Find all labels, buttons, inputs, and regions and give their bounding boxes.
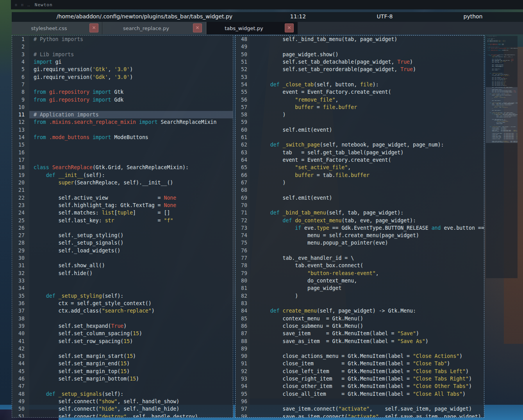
code-line-79[interactable]: 79 "button-release-event", [236,270,484,277]
code-line-8[interactable]: 8from gi.repository import Gtk [12,88,233,96]
code-line-52[interactable]: 52 self.set_tab_reorderable(page_widget,… [236,66,484,73]
code-line-85[interactable]: 85 context_menu = Gtk.Menu() [236,315,484,322]
code-line-74[interactable]: 74 menu = self.create_menu(page_widget) [236,232,484,239]
code-line-73[interactable]: 73 if eve.type == Gdk.EventType.BUTTON_R… [236,224,484,232]
code-line-88[interactable]: 88 save_as_item = Gtk.MenuItem(label = "… [236,338,484,345]
code-line-15[interactable]: 15 [12,141,233,148]
code-line-56[interactable]: 56 "remove_file", [236,96,484,104]
code-line-61[interactable]: 61 [236,134,484,141]
code-line-17[interactable]: 17 [12,156,233,164]
code-line-42[interactable]: 42 [12,345,233,352]
code-line-32[interactable]: 32 self.hide() [12,270,233,277]
code-line-51[interactable]: 51 self.set_tab_detachable(page_widget, … [236,58,484,66]
code-line-6[interactable]: 6gi.require_version('Gdk', '3.0') [12,73,233,81]
minimap[interactable]: # Python imports# Lib importsimport gigi… [486,36,518,278]
code-line-13[interactable]: 13 [12,126,233,134]
code-line-48[interactable]: 48 def _setup_signals(self): [12,390,233,398]
tab-close-button[interactable]: ✕ [193,23,202,32]
code-line-77[interactable]: 77 tab._eve_handler_id = \ [236,254,484,262]
code-line-41[interactable]: 41 self.set_row_spacing(15) [12,338,233,345]
editor-pane-right[interactable]: 48 self._bind_tab_menu(tab, page_widget)… [235,35,484,418]
code-line-12[interactable]: 12from .mixins.search_replace_mixin impo… [12,118,233,126]
code-line-80[interactable]: 80 do_context_menu, [236,277,484,284]
code-line-37[interactable]: 37 ctx.add_class("search-replace") [12,307,233,315]
code-line-44[interactable]: 44 self.set_margin_end(15) [12,360,233,367]
code-line-9[interactable]: 9from gi.repository import Gdk [12,96,233,104]
code-line-26[interactable]: 26 [12,224,233,232]
tab-stylesheet-css[interactable]: stylesheet.css✕ [12,22,102,34]
code-line-57[interactable]: 57 buffer = file.buffer [236,104,484,111]
code-line-81[interactable]: 81 page_widget [236,284,484,292]
code-line-28[interactable]: 28 self._setup_signals() [12,239,233,247]
code-line-53[interactable]: 53 [236,73,484,81]
code-line-49[interactable]: 49 self.connect("show", self._handle_sho… [12,398,233,405]
code-line-7[interactable]: 7 [12,81,233,88]
code-line-93[interactable]: 93 close_right_item = Gtk.MenuItem(label… [236,375,484,382]
tab-close-button[interactable]: ✕ [285,23,294,32]
code-line-75[interactable]: 75 menu.popup_at_pointer(eve) [236,239,484,247]
code-line-55[interactable]: 55 event = Event_Factory.create_event( [236,88,484,96]
minimap-viewport[interactable] [486,87,518,143]
code-line-14[interactable]: 14from .mode_buttons import ModeButtons [12,134,233,141]
code-line-64[interactable]: 64 event = Event_Factory.create_event( [236,156,484,164]
code-line-86[interactable]: 86 close_submenu = Gtk.Menu() [236,322,484,330]
code-line-47[interactable]: 47 [12,382,233,390]
code-line-89[interactable]: 89 [236,345,484,352]
code-line-63[interactable]: 63 tab = self.get_tab_label(page_widget) [236,149,484,156]
code-line-18[interactable]: 18class SearchReplace(Gtk.Grid, SearchRe… [12,164,233,171]
code-line-48[interactable]: 48 self._bind_tab_menu(tab, page_widget) [236,36,484,43]
code-line-36[interactable]: 36 ctx = self.get_style_context() [12,300,233,307]
code-line-31[interactable]: 31 self.show_all() [12,262,233,269]
code-line-5[interactable]: 5gi.require_version('Gtk', '3.0') [12,66,233,73]
code-line-49[interactable]: 49 [236,43,484,50]
tab-tabs-widget-py[interactable]: tabs_widget.py✕ [206,22,298,34]
code-line-51[interactable]: 51 self.connect("destroy", self._handle_… [12,413,233,418]
code-line-82[interactable]: 82 ) [236,292,484,300]
tab-search-replace-py[interactable]: search_replace.py✕ [102,22,206,34]
code-line-40[interactable]: 40 self.set_column_spacing(15) [12,330,233,337]
code-line-23[interactable]: 23 self.highlight_tag: Gtk.TextTag = Non… [12,202,233,209]
tab-close-button[interactable]: ✕ [89,23,98,32]
code-line-95[interactable]: 95 close_all_item = Gtk.MenuItem(label =… [236,390,484,398]
code-line-71[interactable]: 71 def _bind_tab_menu(self, tab, page_wi… [236,209,484,216]
code-line-29[interactable]: 29 self._load_widgets() [12,247,233,254]
code-line-11[interactable]: 11# Application imports [12,111,233,118]
code-line-97[interactable]: 97 save_item.connect("activate", self.sa… [236,405,484,413]
code-line-83[interactable]: 83 [236,300,484,307]
code-line-91[interactable]: 91 close_item = Gtk.MenuItem(label = "Cl… [236,360,484,367]
code-line-67[interactable]: 67 ) [236,179,484,186]
code-line-59[interactable]: 59 [236,118,484,126]
code-line-50[interactable]: 50 self.connect("hide", self._handle_hid… [12,405,233,413]
code-line-22[interactable]: 22 self.active_view = None [12,194,233,202]
code-line-98[interactable]: 98 save_as_item.connect("activate", self… [236,413,484,418]
code-line-87[interactable]: 87 save_item = Gtk.MenuItem(label = "Sav… [236,330,484,337]
code-line-72[interactable]: 72 def do_context_menu(tab, eve, page_wi… [236,217,484,224]
code-line-10[interactable]: 10 [12,104,233,111]
code-line-90[interactable]: 90 close_actions_menu = Gtk.MenuItem(lab… [236,352,484,360]
code-line-96[interactable]: 96 [236,398,484,405]
code-line-21[interactable]: 21 [12,186,233,194]
code-line-16[interactable]: 16 [12,149,233,156]
code-line-62[interactable]: 62 def _switch_page(self, notebook, page… [236,141,484,148]
code-line-46[interactable]: 46 self.set_margin_bottom(15) [12,375,233,382]
code-line-27[interactable]: 27 self._setup_styling() [12,232,233,239]
code-line-43[interactable]: 43 self.set_margin_start(15) [12,352,233,360]
code-line-50[interactable]: 50 page_widget.show() [236,51,484,58]
language-indicator[interactable]: python [464,13,483,20]
code-line-24[interactable]: 24 self.matches: list[tuple] = [] [12,209,233,216]
code-line-1[interactable]: 1# Python imports [12,36,233,43]
code-line-58[interactable]: 58 ) [236,111,484,118]
window-titlebar[interactable]: ∷ ∷ ‥ Newton [11,0,523,9]
code-line-35[interactable]: 35 def _setup_styling(self): [12,292,233,300]
code-line-25[interactable]: 25 self.last_key: str = "f" [12,217,233,224]
code-line-68[interactable]: 68 [236,186,484,194]
code-line-2[interactable]: 2 [12,43,233,50]
code-line-30[interactable]: 30 [12,254,233,262]
code-line-66[interactable]: 66 buffer = tab.file.buffer [236,172,484,179]
editor-pane-left[interactable]: 1# Python imports23# Lib imports4import … [12,35,233,418]
workspace-indicator-icon[interactable]: ∷ ∷ ‥ [15,3,31,7]
code-line-3[interactable]: 3# Lib imports [12,51,233,58]
code-line-33[interactable]: 33 [12,277,233,284]
code-line-84[interactable]: 84 def create_menu(self, page_widget) ->… [236,307,484,315]
code-line-94[interactable]: 94 close_other_item = Gtk.MenuItem(label… [236,382,484,390]
